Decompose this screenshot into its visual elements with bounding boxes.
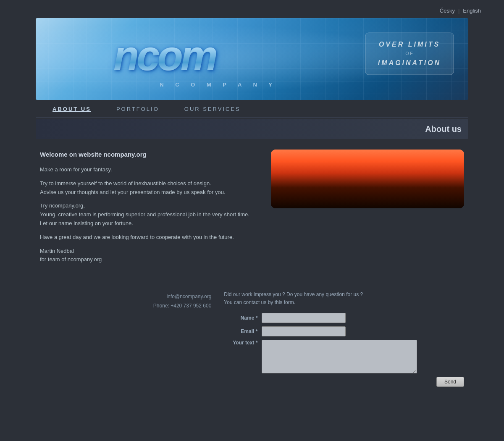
main-wrapper: ncom n c o m p a n y OVER LIMITS OF IMAG… [36, 18, 468, 395]
main-nav: ABOUT US PORTFOLIO OUR SERVICES [36, 101, 468, 118]
svg-text:IMAGINATION: IMAGINATION [378, 59, 441, 66]
email-label: Email * [224, 328, 262, 334]
content-text: Welcome on website ncompany.org Make a r… [40, 150, 258, 269]
sunset-sky [271, 150, 464, 208]
form-email-row: Email * [224, 326, 464, 336]
content-p3: Try ncompany.org,Young, creative team is… [40, 202, 258, 228]
content-p1: Make a room for your fantasy. [40, 165, 258, 174]
sunset-photo [271, 150, 464, 208]
site-banner: ncom n c o m p a n y OVER LIMITS OF IMAG… [36, 18, 468, 100]
czech-language-link[interactable]: Česky [440, 8, 455, 14]
text-label: Your text * [224, 340, 262, 346]
lang-separator: | [458, 8, 459, 14]
footer-form: Did our work impress you ? Do you have a… [224, 291, 464, 386]
content-signature: Martin Nedbalfor team of ncompany.org [40, 247, 258, 265]
english-language-link[interactable]: English [463, 8, 481, 14]
name-input[interactable] [262, 313, 346, 323]
form-text-row: Your text * [224, 340, 464, 373]
logo-sub-text: n c o m p a n y [160, 81, 277, 88]
footer-area: info@ncompany.org Phone: +420 737 952 60… [36, 282, 468, 395]
nav-portfolio[interactable]: PORTFOLIO [104, 101, 172, 117]
section-title: About us [425, 124, 462, 134]
logo-main-text: ncom [109, 30, 328, 79]
send-button[interactable]: Send [436, 377, 464, 387]
content-p4: Have a great day and we are looking forw… [40, 233, 258, 242]
content-image [271, 150, 464, 269]
svg-text:OVER LIMITS: OVER LIMITS [379, 41, 440, 48]
section-header: About us [36, 119, 468, 139]
message-textarea[interactable] [262, 340, 417, 373]
name-label: Name * [224, 315, 262, 321]
content-heading: Welcome on website ncompany.org [40, 150, 258, 160]
svg-text:OF: OF [405, 51, 413, 56]
email-input[interactable] [262, 326, 346, 336]
svg-text:ncom: ncom [113, 32, 216, 76]
banner-logo: ncom n c o m p a n y [109, 30, 328, 88]
form-intro: Did our work impress you ? Do you have a… [224, 291, 464, 307]
form-name-row: Name * [224, 313, 464, 323]
content-area: Welcome on website ncompany.org Make a r… [36, 139, 468, 278]
footer-phone: Phone: +420 737 952 600 [40, 302, 211, 311]
content-p2: Try to immerse yourself to the world of … [40, 179, 258, 197]
banner-tagline: OVER LIMITS OF IMAGINATION [363, 31, 456, 79]
send-row: Send [224, 377, 464, 387]
language-bar: Česky | English [0, 0, 504, 18]
nav-our-services[interactable]: OUR SERVICES [172, 101, 253, 117]
nav-about-us[interactable]: ABOUT US [40, 101, 104, 117]
footer-contact: info@ncompany.org Phone: +420 737 952 60… [40, 291, 215, 386]
footer-email: info@ncompany.org [40, 292, 211, 302]
